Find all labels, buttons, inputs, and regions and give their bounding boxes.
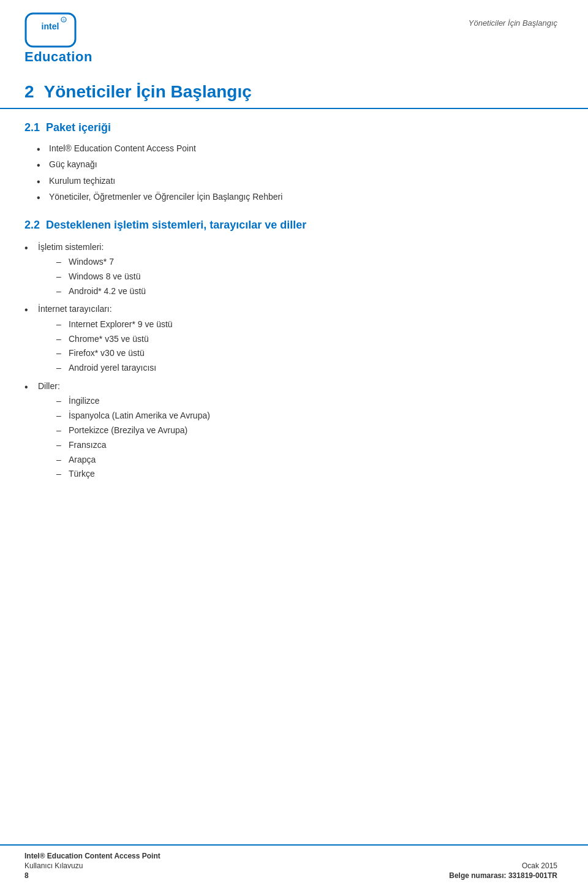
list-item: Intel® Education Content Access Point	[37, 142, 557, 155]
chapter-number: 2	[24, 82, 34, 102]
section-21: 2.1 Paket içeriği Intel® Education Conte…	[24, 121, 557, 204]
chapter-title: 2 Yöneticiler İçin Başlangıç	[24, 82, 557, 102]
list-item: Firefox* v30 ve üstü	[56, 346, 557, 361]
title-section: 2 Yöneticiler İçin Başlangıç	[0, 71, 588, 109]
section-22-list: İşletim sistemleri: Windows* 7 Windows 8…	[24, 240, 557, 482]
footer-subtitle: Kullanıcı Kılavuzu	[24, 861, 160, 870]
logo-area: intel ® Education	[24, 12, 92, 65]
list-item: Windows* 7	[56, 255, 557, 270]
chapter-title-text: Yöneticiler İçin Başlangıç	[44, 82, 252, 102]
section-22: 2.2 Desteklenen işletim sistemleri, tara…	[24, 219, 557, 482]
svg-text:intel: intel	[42, 21, 59, 31]
browsers-label: İnternet tarayıcıları:	[38, 304, 112, 314]
list-item: Türkçe	[56, 467, 557, 482]
list-item: Chrome* v35 ve üstü	[56, 332, 557, 347]
list-item-languages: Diller: İngilizce İspanyolca (Latin Amer…	[24, 379, 557, 482]
list-item: İngilizce	[56, 394, 557, 409]
section-21-title-text: Paket içeriği	[46, 121, 111, 134]
section-22-title: 2.2 Desteklenen işletim sistemleri, tara…	[24, 219, 557, 232]
list-item: Kurulum teçhizatı	[37, 174, 557, 187]
list-item: Arapça	[56, 453, 557, 468]
languages-label: Diller:	[38, 381, 60, 391]
page-header: intel ® Education Yöneticiler İçin Başla…	[0, 0, 588, 71]
list-item-os: İşletim sistemleri: Windows* 7 Windows 8…	[24, 240, 557, 299]
page-footer: Intel® Education Content Access Point Ku…	[0, 844, 588, 886]
footer-title: Intel® Education Content Access Point	[24, 852, 160, 860]
footer-page-number: 8	[24, 871, 160, 880]
header-right-text: Yöneticiler İçin Başlangıç	[469, 18, 557, 28]
languages-sub-list: İngilizce İspanyolca (Latin Amerika ve A…	[38, 394, 557, 482]
list-item: Windows 8 ve üstü	[56, 270, 557, 284]
list-item: Yöneticiler, Öğretmenler ve Öğrenciler İ…	[37, 190, 557, 203]
list-item: Android* 4.2 ve üstü	[56, 284, 557, 299]
section-21-title: 2.1 Paket içeriği	[24, 121, 557, 134]
main-content: 2.1 Paket içeriği Intel® Education Conte…	[0, 109, 588, 844]
list-item: Android yerel tarayıcısı	[56, 361, 557, 376]
page-wrapper: intel ® Education Yöneticiler İçin Başla…	[0, 0, 588, 886]
section-22-number: 2.2	[24, 219, 40, 232]
svg-text:®: ®	[62, 18, 65, 22]
os-label: İşletim sistemleri:	[38, 242, 104, 252]
footer-left: Intel® Education Content Access Point Ku…	[24, 852, 160, 880]
list-item: Fransızca	[56, 438, 557, 453]
list-item: Internet Explorer* 9 ve üstü	[56, 317, 557, 332]
footer-date: Ocak 2015	[522, 861, 557, 870]
list-item: Portekizce (Brezilya ve Avrupa)	[56, 423, 557, 438]
os-sub-list: Windows* 7 Windows 8 ve üstü Android* 4.…	[38, 255, 557, 298]
footer-doc-number: Belge numarası: 331819-001TR	[449, 871, 557, 880]
browsers-sub-list: Internet Explorer* 9 ve üstü Chrome* v35…	[38, 317, 557, 376]
section-21-number: 2.1	[24, 121, 40, 134]
section-22-title-text: Desteklenen işletim sistemleri, tarayıcı…	[46, 219, 306, 232]
section-21-list: Intel® Education Content Access Point Gü…	[24, 142, 557, 204]
intel-logo: intel ®	[24, 12, 77, 48]
education-label: Education	[24, 49, 92, 65]
list-item: Güç kaynağı	[37, 157, 557, 171]
list-item-browsers: İnternet tarayıcıları: Internet Explorer…	[24, 302, 557, 376]
list-item: İspanyolca (Latin Amerika ve Avrupa)	[56, 409, 557, 423]
footer-right: Ocak 2015 Belge numarası: 331819-001TR	[449, 861, 557, 880]
